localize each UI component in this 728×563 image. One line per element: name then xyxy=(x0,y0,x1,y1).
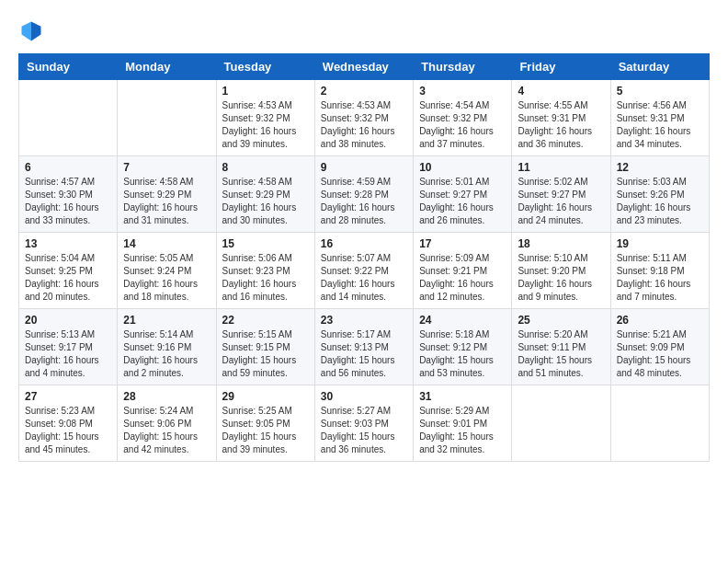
cell-content: Sunrise: 5:05 AM Sunset: 9:24 PM Dayligh… xyxy=(123,252,210,304)
calendar-cell: 28Sunrise: 5:24 AM Sunset: 9:06 PM Dayli… xyxy=(118,385,216,462)
cell-content: Sunrise: 5:06 AM Sunset: 9:23 PM Dayligh… xyxy=(222,252,309,304)
calendar-cell: 3Sunrise: 4:54 AM Sunset: 9:32 PM Daylig… xyxy=(414,80,512,156)
calendar-cell: 30Sunrise: 5:27 AM Sunset: 9:03 PM Dayli… xyxy=(314,385,413,462)
calendar-cell: 8Sunrise: 4:58 AM Sunset: 9:29 PM Daylig… xyxy=(216,156,314,233)
cell-content: Sunrise: 4:58 AM Sunset: 9:29 PM Dayligh… xyxy=(123,176,210,227)
calendar-cell: 11Sunrise: 5:02 AM Sunset: 9:27 PM Dayli… xyxy=(512,156,610,233)
calendar-cell: 26Sunrise: 5:21 AM Sunset: 9:09 PM Dayli… xyxy=(610,309,709,385)
day-number: 9 xyxy=(321,161,407,174)
page-header xyxy=(18,18,710,44)
day-number: 26 xyxy=(617,314,703,327)
calendar-cell: 4Sunrise: 4:55 AM Sunset: 9:31 PM Daylig… xyxy=(512,80,610,156)
cell-content: Sunrise: 5:14 AM Sunset: 9:16 PM Dayligh… xyxy=(123,328,210,380)
calendar-cell: 19Sunrise: 5:11 AM Sunset: 9:18 PM Dayli… xyxy=(610,233,709,309)
calendar-cell: 14Sunrise: 5:05 AM Sunset: 9:24 PM Dayli… xyxy=(118,233,216,309)
day-number: 2 xyxy=(321,85,407,98)
day-number: 4 xyxy=(518,85,604,98)
day-number: 29 xyxy=(222,390,309,403)
calendar-cell: 24Sunrise: 5:18 AM Sunset: 9:12 PM Dayli… xyxy=(414,309,512,385)
calendar-cell: 23Sunrise: 5:17 AM Sunset: 9:13 PM Dayli… xyxy=(314,309,413,385)
day-number: 19 xyxy=(617,237,703,250)
calendar-cell: 20Sunrise: 5:13 AM Sunset: 9:17 PM Dayli… xyxy=(19,309,118,385)
day-number: 21 xyxy=(123,314,210,327)
cell-content: Sunrise: 4:54 AM Sunset: 9:32 PM Dayligh… xyxy=(419,99,506,151)
day-number: 31 xyxy=(419,390,506,403)
calendar-cell: 9Sunrise: 4:59 AM Sunset: 9:28 PM Daylig… xyxy=(314,156,413,233)
calendar-cell: 6Sunrise: 4:57 AM Sunset: 9:30 PM Daylig… xyxy=(19,156,118,233)
day-number: 28 xyxy=(123,390,210,403)
cell-content: Sunrise: 4:55 AM Sunset: 9:31 PM Dayligh… xyxy=(518,99,604,151)
day-number: 18 xyxy=(518,237,604,250)
cell-content: Sunrise: 5:11 AM Sunset: 9:18 PM Dayligh… xyxy=(617,252,703,304)
svg-marker-0 xyxy=(31,22,41,41)
cell-content: Sunrise: 5:03 AM Sunset: 9:26 PM Dayligh… xyxy=(617,176,703,227)
weekday-header: Sunday xyxy=(19,54,118,80)
day-number: 6 xyxy=(25,161,111,174)
day-number: 20 xyxy=(25,314,111,327)
svg-marker-1 xyxy=(22,22,32,41)
cell-content: Sunrise: 4:53 AM Sunset: 9:32 PM Dayligh… xyxy=(321,99,407,151)
calendar-cell: 22Sunrise: 5:15 AM Sunset: 9:15 PM Dayli… xyxy=(216,309,314,385)
cell-content: Sunrise: 5:02 AM Sunset: 9:27 PM Dayligh… xyxy=(518,176,604,227)
day-number: 27 xyxy=(25,390,111,403)
day-number: 30 xyxy=(321,390,407,403)
day-number: 22 xyxy=(222,314,309,327)
day-number: 5 xyxy=(617,85,703,98)
cell-content: Sunrise: 5:25 AM Sunset: 9:05 PM Dayligh… xyxy=(222,405,309,456)
weekday-header: Tuesday xyxy=(216,54,314,80)
calendar-cell: 17Sunrise: 5:09 AM Sunset: 9:21 PM Dayli… xyxy=(414,233,512,309)
weekday-header: Wednesday xyxy=(314,54,413,80)
weekday-header: Monday xyxy=(118,54,216,80)
calendar-cell: 29Sunrise: 5:25 AM Sunset: 9:05 PM Dayli… xyxy=(216,385,314,462)
cell-content: Sunrise: 4:56 AM Sunset: 9:31 PM Dayligh… xyxy=(617,99,703,151)
day-number: 11 xyxy=(518,161,604,174)
cell-content: Sunrise: 4:58 AM Sunset: 9:29 PM Dayligh… xyxy=(222,176,309,227)
calendar-cell: 5Sunrise: 4:56 AM Sunset: 9:31 PM Daylig… xyxy=(610,80,709,156)
day-number: 7 xyxy=(123,161,210,174)
calendar-cell xyxy=(610,385,709,462)
calendar-table: SundayMondayTuesdayWednesdayThursdayFrid… xyxy=(18,53,710,462)
cell-content: Sunrise: 5:18 AM Sunset: 9:12 PM Dayligh… xyxy=(419,328,506,380)
calendar-week-row: 20Sunrise: 5:13 AM Sunset: 9:17 PM Dayli… xyxy=(19,309,710,385)
logo-icon xyxy=(18,18,44,44)
calendar-cell: 27Sunrise: 5:23 AM Sunset: 9:08 PM Dayli… xyxy=(19,385,118,462)
day-number: 24 xyxy=(419,314,506,327)
calendar-cell xyxy=(19,80,118,156)
cell-content: Sunrise: 5:20 AM Sunset: 9:11 PM Dayligh… xyxy=(518,328,604,380)
calendar-cell: 7Sunrise: 4:58 AM Sunset: 9:29 PM Daylig… xyxy=(118,156,216,233)
calendar-cell: 18Sunrise: 5:10 AM Sunset: 9:20 PM Dayli… xyxy=(512,233,610,309)
calendar-cell: 2Sunrise: 4:53 AM Sunset: 9:32 PM Daylig… xyxy=(314,80,413,156)
calendar-week-row: 6Sunrise: 4:57 AM Sunset: 9:30 PM Daylig… xyxy=(19,156,710,233)
cell-content: Sunrise: 5:15 AM Sunset: 9:15 PM Dayligh… xyxy=(222,328,309,380)
weekday-header-row: SundayMondayTuesdayWednesdayThursdayFrid… xyxy=(19,54,710,80)
cell-content: Sunrise: 5:10 AM Sunset: 9:20 PM Dayligh… xyxy=(518,252,604,304)
calendar-cell: 21Sunrise: 5:14 AM Sunset: 9:16 PM Dayli… xyxy=(118,309,216,385)
calendar-cell: 16Sunrise: 5:07 AM Sunset: 9:22 PM Dayli… xyxy=(314,233,413,309)
cell-content: Sunrise: 4:59 AM Sunset: 9:28 PM Dayligh… xyxy=(321,176,407,227)
day-number: 25 xyxy=(518,314,604,327)
cell-content: Sunrise: 5:17 AM Sunset: 9:13 PM Dayligh… xyxy=(321,328,407,380)
day-number: 3 xyxy=(419,85,506,98)
day-number: 23 xyxy=(321,314,407,327)
cell-content: Sunrise: 5:29 AM Sunset: 9:01 PM Dayligh… xyxy=(419,405,506,456)
logo xyxy=(18,18,48,44)
day-number: 17 xyxy=(419,237,506,250)
day-number: 14 xyxy=(123,237,210,250)
day-number: 15 xyxy=(222,237,309,250)
cell-content: Sunrise: 5:09 AM Sunset: 9:21 PM Dayligh… xyxy=(419,252,506,304)
weekday-header: Thursday xyxy=(414,54,512,80)
cell-content: Sunrise: 5:24 AM Sunset: 9:06 PM Dayligh… xyxy=(123,405,210,456)
calendar-cell: 10Sunrise: 5:01 AM Sunset: 9:27 PM Dayli… xyxy=(414,156,512,233)
day-number: 13 xyxy=(25,237,111,250)
cell-content: Sunrise: 5:07 AM Sunset: 9:22 PM Dayligh… xyxy=(321,252,407,304)
cell-content: Sunrise: 5:13 AM Sunset: 9:17 PM Dayligh… xyxy=(25,328,111,380)
cell-content: Sunrise: 5:27 AM Sunset: 9:03 PM Dayligh… xyxy=(321,405,407,456)
calendar-week-row: 1Sunrise: 4:53 AM Sunset: 9:32 PM Daylig… xyxy=(19,80,710,156)
calendar-cell xyxy=(512,385,610,462)
cell-content: Sunrise: 5:04 AM Sunset: 9:25 PM Dayligh… xyxy=(25,252,111,304)
day-number: 8 xyxy=(222,161,309,174)
cell-content: Sunrise: 5:21 AM Sunset: 9:09 PM Dayligh… xyxy=(617,328,703,380)
calendar-cell: 31Sunrise: 5:29 AM Sunset: 9:01 PM Dayli… xyxy=(414,385,512,462)
calendar-cell: 25Sunrise: 5:20 AM Sunset: 9:11 PM Dayli… xyxy=(512,309,610,385)
calendar-cell: 15Sunrise: 5:06 AM Sunset: 9:23 PM Dayli… xyxy=(216,233,314,309)
